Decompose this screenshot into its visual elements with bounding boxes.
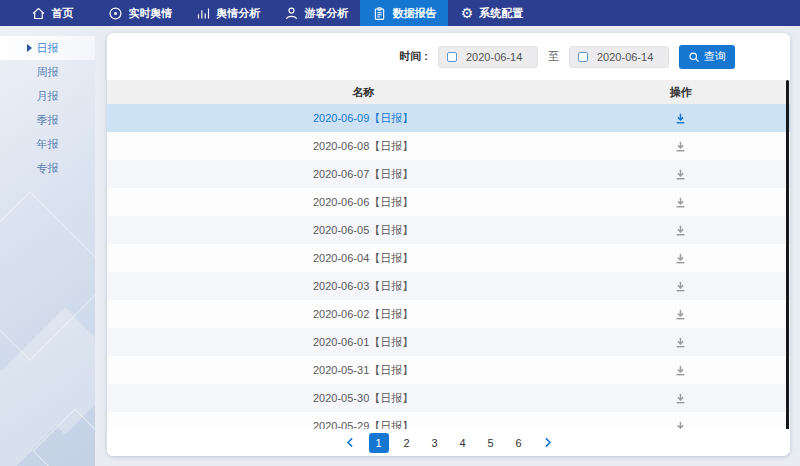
sidebar-item-label: 季报: [37, 114, 59, 126]
table-row[interactable]: 2020-05-29【日报】: [107, 412, 790, 429]
nav-item-report[interactable]: 数据报告: [360, 0, 448, 26]
download-icon[interactable]: [674, 336, 687, 349]
report-name[interactable]: 2020-06-07【日报】: [107, 167, 619, 182]
page-button-3[interactable]: 3: [425, 433, 445, 453]
nav-label: 实时舆情: [129, 6, 173, 21]
nav-item-realtime[interactable]: 实时舆情: [96, 0, 184, 26]
download-icon[interactable]: [674, 224, 687, 237]
content-card: 时间 : 2020-06-14 至 2020-06-14 查询: [107, 33, 790, 456]
date-to-value: 2020-06-14: [597, 51, 653, 63]
home-icon: [31, 6, 46, 21]
report-name[interactable]: 2020-06-02【日报】: [107, 307, 619, 322]
scrollbar-thumb[interactable]: [786, 80, 789, 456]
table-body: 2020-06-09【日报】 2020-06-08【日报】 2020-06-07…: [107, 104, 790, 429]
table-row[interactable]: 2020-06-09【日报】: [107, 104, 790, 132]
download-icon[interactable]: [674, 168, 687, 181]
sidebar-item-label: 年报: [37, 138, 59, 150]
sidebar-item-monthly[interactable]: 月报: [0, 84, 95, 108]
page-button-5[interactable]: 5: [481, 433, 501, 453]
column-header-name: 名称: [107, 85, 619, 100]
report-name[interactable]: 2020-06-01【日报】: [107, 335, 619, 350]
report-name[interactable]: 2020-05-29【日报】: [107, 419, 619, 430]
nav-label: 游客分析: [305, 6, 349, 21]
sidebar-item-yearly[interactable]: 年报: [0, 132, 95, 156]
download-icon[interactable]: [674, 308, 687, 321]
sidebar-menu: 日报 周报 月报 季报 年报 专报: [0, 26, 95, 180]
report-name[interactable]: 2020-06-06【日报】: [107, 195, 619, 210]
table-row[interactable]: 2020-06-05【日报】: [107, 216, 790, 244]
nav-item-analysis[interactable]: 舆情分析: [184, 0, 272, 26]
user-icon: [284, 6, 299, 21]
report-name[interactable]: 2020-06-04【日报】: [107, 251, 619, 266]
calendar-icon: [578, 52, 588, 62]
prev-page-button[interactable]: [340, 436, 361, 449]
chevron-right-icon: [541, 436, 554, 449]
download-icon[interactable]: [674, 196, 687, 209]
time-label: 时间 :: [399, 49, 428, 64]
table-row[interactable]: 2020-06-07【日报】: [107, 160, 790, 188]
download-icon[interactable]: [674, 252, 687, 265]
page-button-4[interactable]: 4: [453, 433, 473, 453]
table-row[interactable]: 2020-06-08【日报】: [107, 132, 790, 160]
table-row[interactable]: 2020-06-02【日报】: [107, 300, 790, 328]
sidebar-item-label: 专报: [37, 162, 59, 174]
chevron-left-icon: [344, 436, 357, 449]
column-header-action: 操作: [619, 85, 742, 100]
page-button-2[interactable]: 2: [397, 433, 417, 453]
report-name[interactable]: 2020-06-05【日报】: [107, 223, 619, 238]
table-header: 名称 操作: [107, 80, 790, 104]
table-row[interactable]: 2020-05-31【日报】: [107, 356, 790, 384]
search-icon: [688, 51, 700, 63]
query-button[interactable]: 查询: [679, 45, 735, 69]
sidebar-item-label: 月报: [37, 90, 59, 102]
report-name[interactable]: 2020-05-30【日报】: [107, 391, 619, 406]
nav-item-visitor[interactable]: 游客分析: [272, 0, 360, 26]
date-from-input[interactable]: 2020-06-14: [438, 46, 538, 68]
sidebar-item-label: 日报: [37, 42, 59, 54]
date-from-value: 2020-06-14: [466, 51, 522, 63]
download-icon[interactable]: [674, 392, 687, 405]
sidebar-item-label: 周报: [37, 66, 59, 78]
page-button-1[interactable]: 1: [369, 433, 389, 453]
bar-chart-icon: [196, 6, 211, 21]
report-name[interactable]: 2020-06-03【日报】: [107, 279, 619, 294]
query-button-label: 查询: [704, 49, 726, 64]
sidebar-item-daily[interactable]: 日报: [0, 36, 95, 60]
eye-icon: [108, 6, 123, 21]
top-nav: 首页 实时舆情 舆情分析 游客分析 数据报告 ⚙: [0, 0, 800, 26]
to-label: 至: [548, 49, 559, 64]
sidebar-item-special[interactable]: 专报: [0, 156, 95, 180]
table-row[interactable]: 2020-06-06【日报】: [107, 188, 790, 216]
download-icon[interactable]: [674, 112, 687, 125]
sidebar-item-weekly[interactable]: 周报: [0, 60, 95, 84]
main-area: 时间 : 2020-06-14 至 2020-06-14 查询: [95, 26, 800, 466]
nav-label: 系统配置: [479, 6, 523, 21]
next-page-button[interactable]: [537, 436, 558, 449]
report-name[interactable]: 2020-06-08【日报】: [107, 139, 619, 154]
nav-label: 数据报告: [393, 6, 437, 21]
pagination: 1 2 3 4 5 6: [107, 429, 790, 456]
date-to-input[interactable]: 2020-06-14: [569, 46, 669, 68]
sidebar-item-quarterly[interactable]: 季报: [0, 108, 95, 132]
report-icon: [372, 6, 387, 21]
table-row[interactable]: 2020-06-03【日报】: [107, 272, 790, 300]
nav-item-home[interactable]: 首页: [8, 0, 96, 26]
download-icon[interactable]: [674, 364, 687, 377]
page-button-6[interactable]: 6: [509, 433, 529, 453]
download-icon[interactable]: [674, 140, 687, 153]
active-arrow-icon: [27, 44, 32, 52]
nav-item-settings[interactable]: ⚙ 系统配置: [448, 0, 536, 26]
screen: 首页 实时舆情 舆情分析 游客分析 数据报告 ⚙: [0, 0, 800, 466]
gear-icon: ⚙: [461, 6, 474, 20]
report-name[interactable]: 2020-06-09【日报】: [107, 111, 619, 126]
table-row[interactable]: 2020-05-30【日报】: [107, 384, 790, 412]
table-row[interactable]: 2020-06-04【日报】: [107, 244, 790, 272]
calendar-icon: [447, 52, 457, 62]
table-row[interactable]: 2020-06-01【日报】: [107, 328, 790, 356]
nav-label: 舆情分析: [217, 6, 261, 21]
sidebar: 日报 周报 月报 季报 年报 专报: [0, 26, 95, 466]
download-icon[interactable]: [674, 280, 687, 293]
report-name[interactable]: 2020-05-31【日报】: [107, 363, 619, 378]
download-icon[interactable]: [674, 420, 687, 430]
nav-label: 首页: [52, 6, 74, 21]
